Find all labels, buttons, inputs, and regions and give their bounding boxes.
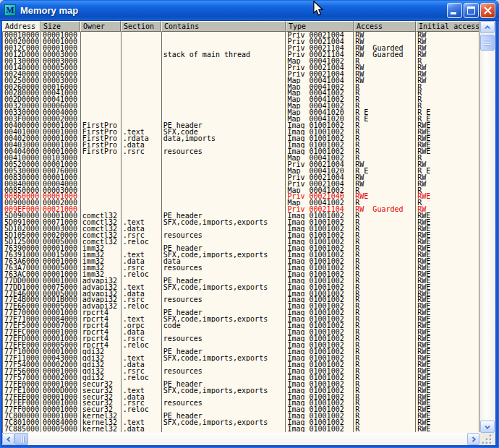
table-row[interactable]: 77E6600000005000advapi32.relocImag 01001… [3, 303, 479, 309]
cell-initial-access: RW [416, 32, 479, 38]
table-row[interactable]: 77E7100000084000rpcrt4.textSFX,code,impo… [3, 316, 479, 322]
close-button[interactable] [480, 3, 495, 18]
column-header-section[interactable]: Section [121, 21, 161, 32]
table-row[interactable]: 5D12500000005000comctl32.relocImag 01001… [3, 238, 479, 245]
cell-section: .text [121, 251, 162, 258]
table-row[interactable]: 0040100000001000FirstPro.textSFX,codeIma… [3, 129, 479, 135]
table-row[interactable]: 77F5700000002000gdi32.relocImag 01001002… [3, 374, 479, 381]
table-row[interactable]: 0040300000001000FirstPro.dataImag 010010… [3, 142, 479, 148]
table-row[interactable]: 003F000000002000Map 00041020R ER E [3, 116, 479, 122]
horizontal-scrollbar[interactable] [2, 433, 479, 445]
table-row[interactable]: 763A600000001000imm32.datadataImag 01001… [3, 258, 479, 264]
table-row[interactable]: 0040000000001000FirstProPE headerImag 01… [3, 122, 479, 129]
table-row[interactable]: 77EFD00000001000rpcrt4.rsrcresourcesImag… [3, 335, 479, 342]
table-header: AddressSizeOwnerSectionContainsTypeAcces… [2, 21, 479, 32]
cell-owner: kernel32 [81, 413, 121, 419]
table-row[interactable]: 77FEF00000001000secur32.rsrcresourcesIma… [3, 400, 479, 406]
table-row[interactable]: 77E4600000005000advapi32.dataImag 010010… [3, 290, 479, 297]
table-row[interactable]: 77DD100000075000advapi32.textSFX,code,im… [3, 284, 479, 290]
table-row[interactable]: 0026000000016000Map 00041002RR [3, 84, 479, 90]
resize-grip[interactable] [479, 433, 495, 445]
column-header-owner[interactable]: Owner [80, 21, 121, 32]
table-row[interactable]: 77E7000000001000rpcrt4PE headerImag 0100… [3, 309, 479, 316]
table-row[interactable]: 77F5400000002000gdi32.dataImag 01001002R… [3, 361, 479, 368]
table-row[interactable]: 77DD000000001000advapi32PE headerImag 01… [3, 277, 479, 284]
table-row[interactable]: 5D10200000003000comctl32.dataImag 010010… [3, 225, 479, 232]
table-row[interactable]: 77EFC00000001000rpcrt4.dataImag 01001002… [3, 329, 479, 335]
table-row[interactable]: 763A700000005000imm32.rsrcresourcesImag … [3, 264, 479, 271]
maximize-button[interactable] [464, 3, 479, 18]
cell-owner: advapi32 [81, 277, 121, 284]
titlebar[interactable]: M Memory map [0, 0, 499, 21]
table-row[interactable]: 77FE10000000D000secur32.textSFX,code,imp… [3, 387, 479, 394]
table-row[interactable]: 0053000000076000Map 00041020R ER E [3, 168, 479, 174]
table-row[interactable]: 5D10500000020000comctl32.rsrcresourcesIm… [3, 232, 479, 238]
scroll-up-button[interactable] [480, 21, 495, 33]
table-row[interactable]: 5D09100000071000comctl32.textSFX,code,im… [3, 219, 479, 225]
table-row[interactable]: 77FEE00000001000secur32.dataImag 0100100… [3, 394, 479, 400]
table-row[interactable]: 77FF000000001000secur32.relocImag 010010… [3, 406, 479, 413]
column-header-type[interactable]: Type [286, 21, 354, 32]
vertical-scroll-thumb[interactable] [480, 35, 495, 51]
column-header-access[interactable]: Access [354, 21, 416, 32]
table-row[interactable]: 763AC00000001000imm32.relocImag 01001002… [3, 271, 479, 277]
table-row[interactable]: 0014000000005000Priv 00021004RWRW [3, 64, 479, 71]
horizontal-scroll-thumb[interactable] [14, 433, 28, 445]
scroll-left-button[interactable] [2, 433, 14, 445]
table-row[interactable]: 7C88500000005000kernel32.dataImag 010010… [3, 426, 479, 432]
table-row[interactable]: 0028000000041000Map 00041002RR [3, 90, 479, 96]
table-row[interactable]: 77EF500000007000rpcrt4.orpccodeImag 0100… [3, 322, 479, 329]
cell-size: 00071000 [41, 219, 81, 225]
scroll-right-button[interactable] [467, 433, 479, 445]
table-row[interactable]: 77FE000000001000secur32PE headerImag 010… [3, 381, 479, 387]
table-row[interactable]: 0052000000001000Priv 00021004RWRW [3, 161, 479, 168]
table-row[interactable]: 0086000000001000Priv 00021040RWERWE [3, 193, 479, 199]
scroll-down-button[interactable] [480, 421, 495, 433]
table-row[interactable]: 002D000000041000Map 00041002RR [3, 96, 479, 103]
cell-contains [162, 161, 286, 168]
cell-initial-access: R [416, 58, 479, 64]
table-row[interactable]: 0040400000001000FirstPro.rsrcresourcesIm… [3, 148, 479, 155]
table-row[interactable]: 0012D00000003000stack of main threadPriv… [3, 51, 479, 58]
table-row[interactable]: 7C80100000084000kernel32.textSFX,code,im… [3, 419, 479, 426]
table-row[interactable]: 77F1000000001000gdi32PE headerImag 01001… [3, 348, 479, 355]
table-row[interactable]: 77E4B0000001B000advapi32.rsrcresourcesIm… [3, 296, 479, 303]
table-row[interactable]: 7639100000015000imm32.textSFX,code,impor… [3, 251, 479, 258]
table-row[interactable]: 0001000000001000Priv 00021004RWRW [3, 32, 479, 38]
cell-size: 00001000 [41, 38, 81, 45]
cell-size: 00084000 [41, 419, 81, 426]
table-row[interactable]: 7639000000001000imm32PE headerImag 01001… [3, 245, 479, 251]
table-row[interactable]: 0012C00000001000Priv 00021104RW GuardedR… [3, 45, 479, 51]
table-row[interactable]: 009EF00000021000Priv 00021104RW GuardedR… [3, 206, 479, 212]
table-row[interactable]: 0040200000001000FirstPro.rdatadata,impor… [3, 135, 479, 142]
cell-access: R [354, 142, 416, 148]
column-header-contains[interactable]: Contains [161, 21, 286, 32]
cell-section: .data [121, 258, 162, 264]
cell-initial-access: RW [416, 77, 479, 84]
table-row[interactable]: 0090000000002000Map 00041002RR [3, 199, 479, 206]
table-row[interactable]: 0025000000003000Map 00041004RWRW [3, 77, 479, 84]
column-header-initial-access[interactable]: Initial access [416, 21, 479, 32]
table-row[interactable]: 0024000000006000Priv 00021004RWRW [3, 71, 479, 77]
vertical-scrollbar[interactable] [479, 21, 495, 433]
table-row[interactable]: 0033000000004000Map 00041020R ER E [3, 109, 479, 116]
table-row[interactable]: 0013000000003000Map 00041002RR [3, 58, 479, 64]
minimize-button[interactable] [447, 3, 462, 18]
table-row[interactable]: 77F5600000001000gdi32.rsrcresourcesImag … [3, 368, 479, 374]
table-row[interactable]: 0085000000003000Map 00041002RR [3, 187, 479, 194]
table-row[interactable]: 77F1100000043000gdi32.textSFX,code,impor… [3, 355, 479, 361]
cell-initial-access: RWE [416, 394, 479, 400]
table-row[interactable]: 7C80000000001000kernel32PE headerImag 01… [3, 413, 479, 419]
table-row[interactable]: 0041000000103000Map 00041002RR [3, 155, 479, 161]
table-row[interactable]: 77EFE00000005000rpcrt4.relocImag 0100100… [3, 342, 479, 348]
column-header-size[interactable]: Size [40, 21, 80, 32]
table-row[interactable]: 0002000000001000Priv 00021004RWRW [3, 38, 479, 45]
table-row[interactable]: 0083000000001000Priv 00021004RWRW [3, 174, 479, 181]
table-row[interactable]: 5D09000000001000comctl32PE headerImag 01… [3, 212, 479, 219]
cell-size: 00002000 [41, 199, 81, 206]
cell-address: 77DD1000 [3, 284, 41, 290]
column-header-address[interactable]: Address [2, 21, 40, 32]
table-row[interactable]: 0084000000004000Priv 00021004RWRW [3, 181, 479, 187]
cell-size: 00005000 [41, 303, 81, 309]
table-row[interactable]: 0032000000006000Map 00041002RR [3, 103, 479, 109]
